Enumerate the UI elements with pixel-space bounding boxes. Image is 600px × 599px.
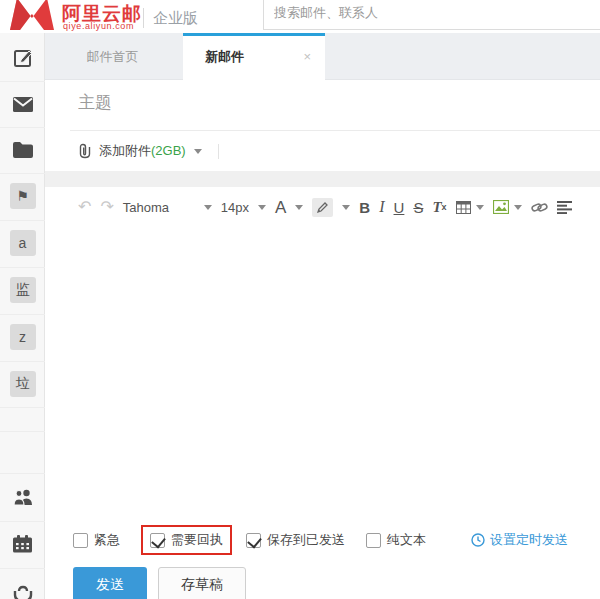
chevron-down-icon[interactable] [342, 205, 350, 210]
chevron-down-icon[interactable] [258, 205, 266, 210]
divider [218, 144, 219, 159]
font-size-select[interactable]: 14px [221, 201, 249, 214]
send-options-row: 紧急 需要回执 保存到已发送 纯文本 设置定时 [73, 525, 568, 555]
checkbox-checked-icon[interactable] [246, 533, 261, 548]
option-label: 紧急 [94, 531, 120, 549]
sidebar-item-mail[interactable] [0, 81, 45, 127]
redo-icon[interactable]: ↷ [100, 199, 113, 215]
sidebar-item-monitor[interactable]: 监 [0, 267, 45, 313]
sidebar-item-contacts[interactable] [0, 474, 45, 520]
clear-format-button[interactable]: Tx [432, 200, 446, 215]
letter-tile: 垃 [10, 371, 36, 397]
storage-icon [13, 584, 33, 599]
subject-input[interactable] [78, 93, 588, 113]
sidebar-divider [0, 568, 45, 569]
message-body-editor[interactable] [45, 228, 600, 523]
sidebar-item-storage[interactable] [0, 571, 45, 599]
tab-new-mail-label: 新邮件 [205, 36, 244, 80]
letter-tile: a [10, 230, 36, 256]
annotation-highlight-box: 需要回执 [141, 525, 232, 555]
option-urgent[interactable]: 紧急 [73, 531, 120, 549]
mail-icon [13, 97, 33, 112]
compose-icon [12, 47, 34, 69]
brand-domain: qiye.aliyun.com [63, 21, 134, 31]
align-left-icon [557, 201, 572, 214]
sidebar-item-compose[interactable] [0, 35, 45, 81]
insert-link-button[interactable] [531, 201, 548, 214]
contacts-icon [12, 489, 34, 506]
checkbox-checked-icon[interactable] [150, 533, 165, 548]
add-attachment-button[interactable]: 添加附件(2GB) [78, 138, 219, 164]
option-save-to-sent[interactable]: 保存到已发送 [246, 531, 345, 549]
schedule-send-link[interactable]: 设置定时发送 [471, 531, 568, 549]
paperclip-icon [78, 143, 92, 159]
tab-mail-home[interactable]: 邮件首页 [60, 33, 165, 80]
letter-tile: z [10, 324, 36, 350]
sidebar-item-a[interactable]: a [0, 220, 45, 266]
editor-top-strip [45, 171, 600, 187]
tab-bar: 邮件首页 新邮件 × [0, 33, 600, 80]
chevron-down-icon[interactable] [204, 205, 212, 210]
send-button[interactable]: 发送 [73, 567, 147, 599]
option-label: 需要回执 [171, 531, 223, 549]
chevron-down-icon[interactable] [295, 205, 303, 210]
sidebar-item-folders[interactable] [0, 127, 45, 173]
letter-tile: 监 [10, 277, 36, 303]
chevron-down-icon [194, 149, 202, 154]
app-header: 阿里云邮 qiye.aliyun.com 企业版 [0, 0, 600, 33]
sidebar-item-calendar[interactable] [0, 521, 45, 567]
calendar-icon [13, 535, 32, 553]
close-tab-icon[interactable]: × [303, 50, 311, 64]
sidebar-divider [0, 431, 45, 432]
attach-label: 添加附件(2GB) [99, 142, 186, 160]
sidebar-item-z[interactable]: z [0, 314, 45, 360]
option-label: 纯文本 [387, 531, 426, 549]
option-receipt[interactable]: 需要回执 [150, 531, 223, 549]
brand-divider [143, 8, 144, 28]
highlight-pen-button[interactable] [312, 198, 333, 217]
compose-pane: 添加附件(2GB) ↶ ↷ Tahoma 14px A B I U [45, 80, 600, 599]
option-plain-text[interactable]: 纯文本 [366, 531, 426, 549]
link-icon [531, 201, 548, 214]
align-button[interactable] [557, 201, 572, 214]
save-draft-button[interactable]: 存草稿 [158, 567, 246, 599]
italic-button[interactable]: I [379, 199, 384, 215]
app-window: 阿里云邮 qiye.aliyun.com 企业版 邮件首页 新邮件 × [0, 0, 600, 599]
sidebar-divider [0, 407, 45, 408]
schedule-send-label: 设置定时发送 [490, 531, 568, 549]
insert-image-button[interactable] [493, 200, 509, 214]
checkbox-unchecked-icon[interactable] [73, 533, 88, 548]
bold-button[interactable]: B [359, 200, 370, 215]
font-color-button[interactable]: A [275, 199, 286, 216]
folder-icon [13, 142, 33, 158]
flag-icon: ⚑ [10, 183, 36, 209]
table-button[interactable] [456, 201, 471, 214]
pencil-icon [316, 201, 329, 214]
search-input[interactable] [274, 5, 594, 20]
subject-row [70, 80, 600, 131]
clock-icon [471, 533, 485, 547]
sidebar-item-spam[interactable]: 垃 [0, 361, 45, 407]
image-icon [493, 200, 509, 214]
undo-icon[interactable]: ↶ [78, 199, 91, 215]
tab-new-mail[interactable]: 新邮件 × [183, 33, 325, 80]
table-icon [456, 201, 471, 214]
strikethrough-button[interactable]: S [413, 200, 423, 215]
sidebar: ⚑ a 监 z 垃 [0, 33, 45, 599]
attach-quota: (2GB) [151, 143, 186, 158]
font-family-select[interactable]: Tahoma [123, 201, 195, 214]
underline-button[interactable]: U [394, 200, 405, 215]
option-label: 保存到已发送 [267, 531, 345, 549]
formatting-toolbar: ↶ ↷ Tahoma 14px A B I U S Tx [78, 187, 600, 227]
checkbox-unchecked-icon[interactable] [366, 533, 381, 548]
sidebar-item-flag[interactable]: ⚑ [0, 173, 45, 219]
aliyun-mail-logo-icon [8, 0, 56, 32]
chevron-down-icon[interactable] [514, 205, 522, 210]
chevron-down-icon[interactable] [476, 205, 484, 210]
search-box [263, 0, 600, 30]
edition-label: 企业版 [153, 9, 198, 28]
